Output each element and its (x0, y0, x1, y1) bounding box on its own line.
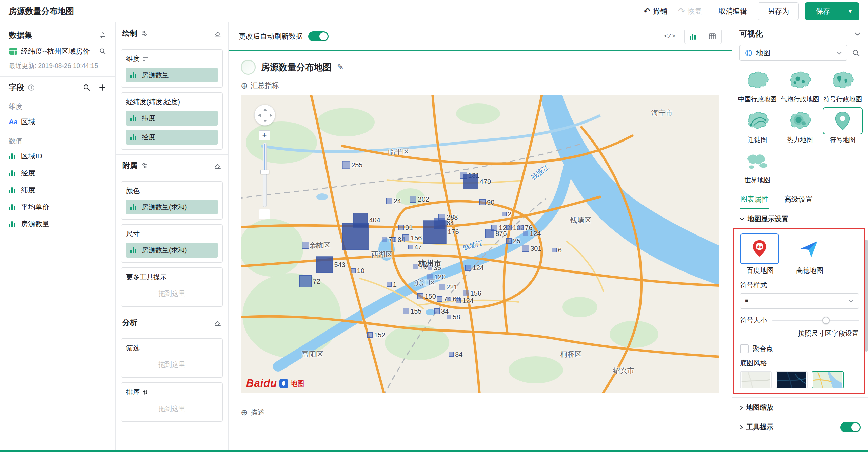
auto-refresh-toggle[interactable] (308, 31, 329, 41)
map-data-point[interactable]: 120 (427, 274, 433, 280)
map-data-point[interactable]: 124 (523, 231, 528, 236)
map-data-point[interactable]: 2 (502, 212, 507, 216)
add-summary-metric[interactable]: ⊕ 汇总指标 (229, 75, 732, 90)
scrollbar[interactable] (865, 22, 868, 450)
map-data-point[interactable]: 47 (408, 245, 413, 249)
field-item-measure[interactable]: 房源数量 (0, 215, 115, 232)
field-item-measure[interactable]: 区域ID (0, 148, 115, 165)
map-data-point[interactable]: 71 (382, 237, 387, 242)
scrollbar-thumb[interactable] (865, 240, 868, 352)
map-data-point[interactable]: 255 (342, 161, 350, 169)
map-data-point[interactable]: 221 (439, 284, 445, 290)
dimension-dropzone[interactable]: 维度 房源数量 (121, 49, 223, 88)
zoom-slider-handle[interactable] (260, 170, 269, 174)
basemap-style-light[interactable] (740, 371, 772, 388)
size-dropzone[interactable]: 尺寸 房源数量(求和) (121, 224, 223, 263)
collapse-panel-icon[interactable] (854, 32, 861, 36)
map-type-symbol[interactable]: 符号地图 (823, 107, 863, 144)
map-type-heat[interactable]: 热力地图 (780, 107, 820, 144)
map-data-point[interactable]: 91 (398, 225, 404, 230)
zoom-in-button[interactable]: + (259, 130, 270, 140)
map-data-point[interactable]: 60 (447, 297, 451, 301)
field-search-icon[interactable] (83, 83, 91, 92)
clear-draw-icon[interactable] (214, 30, 221, 37)
map-data-point[interactable]: 34 (434, 308, 440, 314)
field-item-measure[interactable]: 纬度 (0, 182, 115, 199)
filter-dropzone[interactable]: 筛选 拖到这里 (121, 338, 223, 378)
switch-dataset-icon[interactable] (98, 31, 106, 39)
undo-button[interactable]: ↶ 撤销 (638, 2, 673, 20)
map-data-point[interactable]: 156 (402, 234, 409, 241)
baidu-map[interactable]: 2551314792420290288404916421221027612487… (241, 95, 719, 393)
cluster-checkbox[interactable] (740, 344, 749, 353)
field-item-measure[interactable]: 平均单价 (0, 199, 115, 215)
map-type-china[interactable]: 中国行政地图 (737, 67, 777, 104)
save-dropdown-button[interactable]: ▾ (841, 2, 859, 20)
chip-longitude[interactable]: 经度 (126, 130, 218, 145)
add-description[interactable]: ⊕ 描述 (241, 401, 719, 423)
clear-attach-icon[interactable] (214, 162, 221, 169)
map-data-point[interactable]: 156 (463, 290, 469, 296)
redo-button[interactable]: ↷ 恢复 (673, 2, 707, 20)
map-zoom-section-header[interactable]: 地图缩放 (732, 397, 868, 417)
tooltip-section-header[interactable]: 工具提示 (732, 417, 868, 437)
chip-size[interactable]: 房源数量(求和) (126, 243, 218, 258)
map-data-point[interactable]: 76 (518, 225, 524, 230)
map-data-point[interactable]: 6 (552, 248, 557, 252)
tab-advanced-settings[interactable]: 高级设置 (784, 189, 813, 209)
search-chart-type-icon[interactable] (852, 49, 861, 57)
color-dropzone[interactable]: 颜色 房源数量(求和) (121, 181, 223, 220)
map-data-point[interactable]: 1 (387, 282, 392, 287)
save-as-button[interactable]: 另存为 (758, 2, 799, 20)
map-display-section-header[interactable]: 地图显示设置 (732, 209, 868, 227)
map-data-point[interactable]: 301 (522, 245, 529, 252)
map-pan-control[interactable] (254, 105, 275, 126)
map-data-point[interactable]: 25 (506, 238, 512, 244)
add-field-icon[interactable] (98, 83, 106, 92)
map-data-point[interactable]: 10 (351, 268, 356, 273)
chart-type-select[interactable]: 地图 (739, 45, 847, 61)
symbol-style-select[interactable]: ■ (740, 293, 859, 309)
provider-amap[interactable]: 高德地图 (789, 233, 830, 275)
table-view-button[interactable] (703, 29, 721, 44)
chart-view-button[interactable] (685, 29, 703, 44)
map-data-point[interactable]: 124 (456, 298, 461, 303)
map-data-point[interactable]: 150 (417, 293, 423, 299)
code-view-button[interactable]: </> (661, 29, 678, 44)
map-data-point[interactable]: 155 (403, 308, 409, 314)
chip-color[interactable]: 房源数量(求和) (126, 200, 218, 214)
map-data-point[interactable]: 84 (449, 352, 454, 357)
dataset-item[interactable]: 经纬度--杭州区域房价 (0, 44, 115, 59)
field-item-measure[interactable]: 经度 (0, 165, 115, 182)
symbol-size-slider[interactable] (772, 320, 859, 321)
map-data-point[interactable]: 35 (428, 265, 432, 270)
tooltip-dropzone[interactable]: 更多工具提示 拖到这里 (121, 267, 223, 307)
tooltip-toggle[interactable] (840, 422, 861, 432)
map-data-point[interactable]: 74 (437, 296, 442, 302)
map-type-migration[interactable]: 迁徙图 (737, 107, 777, 144)
map-data-point[interactable]: 90 (479, 199, 486, 205)
cluster-checkbox-row[interactable]: 聚合点 (740, 344, 859, 353)
field-item-dimension[interactable]: Aa 区域 (0, 113, 115, 130)
map-data-point[interactable]: 202 (410, 196, 416, 203)
map-data-point[interactable]: 24 (386, 198, 392, 204)
cancel-edit-button[interactable]: 取消编辑 (713, 2, 752, 20)
tab-chart-properties[interactable]: 图表属性 (740, 189, 769, 209)
map-data-point[interactable]: 70 (413, 264, 418, 269)
zoom-out-button[interactable]: − (259, 209, 270, 219)
map-data-point[interactable]: 876 (485, 229, 494, 238)
map-data-point[interactable]: 543 (316, 257, 333, 273)
chip-dimension[interactable]: 房源数量 (126, 68, 218, 82)
latlng-dropzone[interactable]: 经纬度(纬度,经度) 纬度 经度 (121, 92, 223, 150)
map-type-world[interactable]: 世界地图 (737, 148, 777, 185)
slider-handle[interactable] (822, 317, 830, 324)
map-type-bubble[interactable]: 气泡行政地图 (780, 67, 820, 104)
chip-latitude[interactable]: 纬度 (126, 111, 218, 126)
provider-baidu[interactable]: du 百度地图 (740, 233, 781, 275)
map-data-point[interactable]: 72 (299, 275, 312, 287)
map-data-point[interactable]: 84 (392, 237, 396, 242)
map-data-point[interactable]: 479 (463, 174, 478, 189)
map-data-point[interactable] (342, 223, 369, 250)
basemap-style-colorful[interactable] (812, 371, 844, 388)
edit-title-icon[interactable]: ✎ (337, 62, 344, 72)
